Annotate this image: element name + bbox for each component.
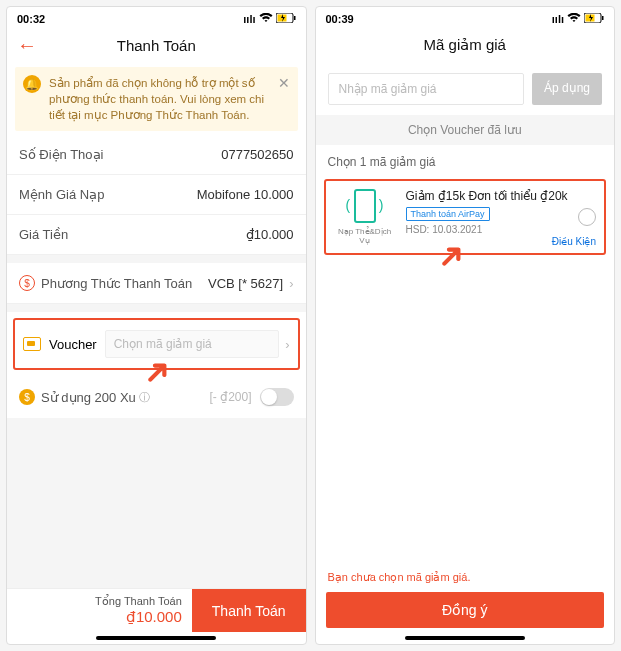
status-icons: ıılı — [552, 13, 604, 25]
wifi-icon — [567, 13, 581, 25]
terms-link[interactable]: Điều Kiện — [552, 236, 596, 247]
voucher-input[interactable]: Chọn mã giảm giá — [105, 330, 279, 358]
battery-icon — [584, 13, 604, 25]
code-entry-row: Nhập mã giảm giá Áp dụng — [316, 63, 615, 115]
empty-area — [316, 259, 615, 565]
empty-area — [7, 418, 306, 588]
section-gap — [7, 255, 306, 263]
xu-label: Sử dụng 200 Xu — [41, 390, 136, 405]
svg-rect-5 — [602, 16, 604, 20]
voucher-label: Voucher — [49, 337, 97, 352]
signal-icon: ıılı — [552, 13, 564, 25]
pay-button[interactable]: Thanh Toán — [192, 589, 306, 632]
total-label: Tổng Thanh Toán — [17, 595, 182, 608]
voucher-icon — [23, 337, 41, 351]
total-section: Tổng Thanh Toán ₫10.000 — [7, 589, 192, 632]
status-icons: ıılı — [243, 13, 295, 25]
battery-icon — [276, 13, 296, 25]
voucher-card-body: Giảm ₫15k Đơn tối thiểu ₫20k Thanh toán … — [406, 189, 569, 235]
page-title: Mã giảm giá — [424, 36, 506, 54]
phone-row: Số Điện Thoại 0777502650 — [7, 135, 306, 175]
voucher-screen: 00:39 ıılı Mã giảm giá Nhập mã giảm giá … — [315, 6, 616, 645]
phone-value: 0777502650 — [221, 147, 293, 162]
status-bar: 00:39 ıılı — [316, 7, 615, 27]
voucher-card[interactable]: Nạp Thẻ&Dịch Vụ Giảm ₫15k Đơn tối thiểu … — [324, 179, 607, 255]
voucher-title: Giảm ₫15k Đơn tối thiểu ₫20k — [406, 189, 569, 203]
expiry-text: HSD: 10.03.2021 — [406, 224, 569, 235]
not-chosen-text: Bạn chưa chọn mã giảm giá. — [316, 565, 615, 586]
denom-label: Mệnh Giá Nạp — [19, 187, 104, 202]
denom-value: Mobifone 10.000 — [197, 187, 294, 202]
pay-method-label: $ Phương Thức Thanh Toán — [19, 275, 192, 291]
back-icon[interactable]: ← — [17, 34, 37, 57]
svg-rect-2 — [294, 16, 296, 20]
bottom-bar: Tổng Thanh Toán ₫10.000 Thanh Toán — [7, 588, 306, 632]
payment-alert: 🔔 Sản phẩm đã chọn không hỗ trợ một số p… — [15, 67, 298, 131]
pay-method-badge: Thanh toán AirPay — [406, 207, 490, 221]
phone-service-icon — [354, 189, 376, 223]
apply-button[interactable]: Áp dụng — [532, 73, 602, 105]
signal-icon: ıılı — [243, 13, 255, 25]
header: ← Thanh Toán — [7, 27, 306, 63]
xu-row: $ Sử dụng 200 Xu ⓘ [- ₫200] — [7, 376, 306, 418]
denomination-row: Mệnh Giá Nạp Mobifone 10.000 — [7, 175, 306, 215]
voucher-card-stub: Nạp Thẻ&Dịch Vụ — [334, 189, 396, 245]
phone-label: Số Điện Thoại — [19, 147, 103, 162]
agree-button[interactable]: Đồng ý — [326, 592, 605, 628]
status-time: 00:39 — [326, 13, 354, 25]
xu-toggle[interactable] — [260, 388, 294, 406]
status-bar: 00:32 ıılı — [7, 7, 306, 27]
status-time: 00:32 — [17, 13, 45, 25]
saved-voucher-divider: Chọn Voucher đã lưu — [316, 115, 615, 145]
payment-method-row[interactable]: $ Phương Thức Thanh Toán VCB [* 5627]› — [7, 263, 306, 304]
info-icon[interactable]: ⓘ — [139, 390, 150, 405]
voucher-radio[interactable] — [578, 208, 596, 226]
price-label: Giá Tiền — [19, 227, 68, 242]
home-indicator — [96, 636, 216, 640]
price-row: Giá Tiền ₫10.000 — [7, 215, 306, 255]
payment-screen: 00:32 ıılı ← Thanh Toán 🔔 Sản phẩm đã ch… — [6, 6, 307, 645]
chevron-right-icon: › — [289, 276, 293, 291]
chevron-right-icon: › — [285, 337, 289, 352]
bell-icon: 🔔 — [23, 75, 41, 93]
stub-caption: Nạp Thẻ&Dịch Vụ — [334, 227, 396, 245]
section-gap — [7, 304, 306, 312]
coin-icon: $ — [19, 389, 35, 405]
total-value: ₫10.000 — [17, 608, 182, 626]
code-input[interactable]: Nhập mã giảm giá — [328, 73, 524, 105]
close-icon[interactable]: ✕ — [278, 75, 290, 91]
xu-amount: [- ₫200] — [209, 390, 251, 404]
price-value: ₫10.000 — [246, 227, 294, 242]
page-title: Thanh Toán — [117, 37, 196, 54]
choose-one-label: Chọn 1 mã giảm giá — [316, 145, 615, 175]
home-indicator — [405, 636, 525, 640]
wifi-icon — [259, 13, 273, 25]
pay-method-value: VCB [* 5627]› — [208, 276, 294, 291]
alert-text: Sản phẩm đã chọn không hỗ trợ một số phư… — [49, 75, 270, 123]
dollar-icon: $ — [19, 275, 35, 291]
voucher-row[interactable]: Voucher Chọn mã giảm giá › — [13, 318, 300, 370]
header: Mã giảm giá — [316, 27, 615, 63]
